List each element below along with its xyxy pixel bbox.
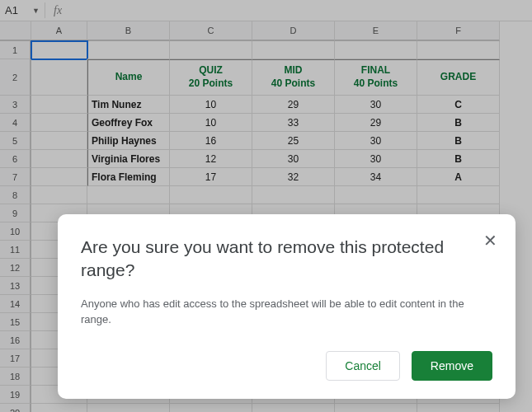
dialog-title: Are you sure you want to remove this pro… (81, 236, 492, 283)
remove-button[interactable]: Remove (412, 351, 492, 381)
dialog-body: Anyone who has edit access to the spread… (81, 296, 492, 328)
remove-protected-range-dialog: ✕ Are you sure you want to remove this p… (58, 214, 516, 399)
close-icon[interactable]: ✕ (483, 232, 497, 249)
cancel-button[interactable]: Cancel (326, 351, 400, 381)
dialog-actions: Cancel Remove (81, 351, 492, 381)
